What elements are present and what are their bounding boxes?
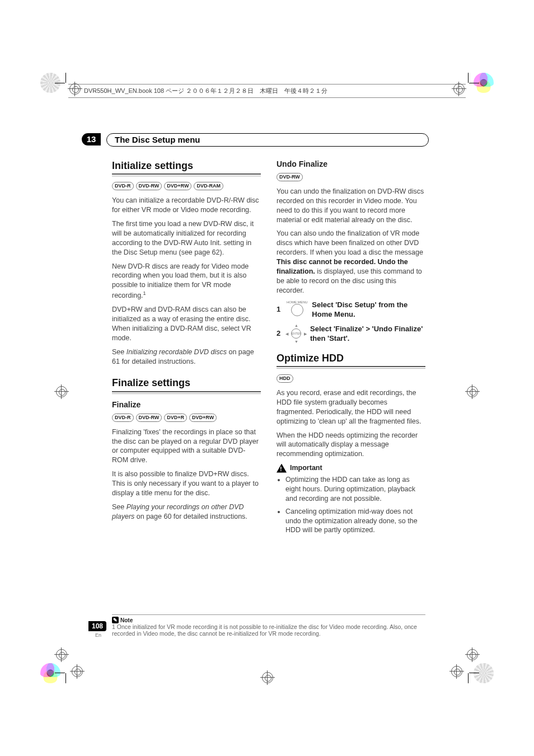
heading-optimize-hdd: Optimize HDD <box>277 351 425 365</box>
body-text: As you record, erase and edit recordings… <box>277 388 425 426</box>
home-menu-button-icon <box>291 304 303 316</box>
chapter-number-badge: 13 <box>82 133 101 145</box>
body-text: Finalizing 'fixes' the recordings in pla… <box>112 428 261 466</box>
heading-finalize-settings: Finalize settings <box>112 376 261 389</box>
badge-dvd-plus-rw: DVD+RW <box>164 182 191 190</box>
registration-mark <box>467 386 478 397</box>
subheading-finalize: Finalize <box>112 400 261 410</box>
page-number: 108 <box>88 621 106 631</box>
badge-dvd-rw: DVD-RW <box>277 173 303 181</box>
body-text: When the HDD needs optimizing the record… <box>277 431 425 459</box>
disc-badges-initialize: DVD-R DVD-RW DVD+RW DVD-RAM <box>112 182 261 190</box>
list-item: Optimizing the HDD can take as long as e… <box>285 475 425 504</box>
crop-mark <box>65 73 66 83</box>
footnote-box: ✎Note 1 Once initialized for VR mode rec… <box>112 614 425 637</box>
crop-mark <box>55 83 65 83</box>
registration-mark <box>262 672 273 683</box>
header-text: DVR550H_WV_EN.book 108 ページ ２００６年１２月２８日 木… <box>84 87 327 94</box>
language-code: En <box>95 632 101 638</box>
registration-mark <box>467 649 478 660</box>
registration-mark <box>72 666 83 677</box>
badge-dvd-r: DVD-R <box>112 182 134 190</box>
badge-dvd-rw: DVD-RW <box>136 182 162 190</box>
badge-dvd-plus-r: DVD+R <box>164 414 187 422</box>
crop-mark <box>469 83 479 83</box>
badge-dvd-plus-rw: DVD+RW <box>189 414 217 422</box>
important-list: Optimizing the HDD can take as long as e… <box>285 475 425 535</box>
chapter-title: The Disc Setup menu <box>106 133 429 147</box>
home-menu-label: HOME MENU <box>287 300 307 304</box>
registration-mark <box>56 649 67 660</box>
crop-mark <box>468 73 469 83</box>
body-text: DVD+RW and DVD-RAM discs can also be ini… <box>112 305 261 343</box>
warning-icon <box>277 464 287 473</box>
badge-hdd: HDD <box>277 374 293 383</box>
step-2: 2 ▲ ◀ ▶ ▼ ENTER Select 'Finalize' > 'Und… <box>277 324 425 344</box>
disc-badges-undo: DVD-RW <box>277 173 425 181</box>
subheading-undo-finalize: Undo Finalize <box>277 159 425 170</box>
footnote-ref: 1 <box>143 290 146 296</box>
body-text: See Playing your recordings on other DVD… <box>112 503 261 522</box>
registration-mark <box>451 666 462 677</box>
body-text: You can initialize a recordable DVD-R/-R… <box>112 196 261 215</box>
print-header: DVR550H_WV_EN.book 108 ページ ２００６年１２月２８日 木… <box>68 84 466 98</box>
step-text: Select 'Disc Setup' from the Home Menu. <box>312 300 425 320</box>
body-text: New DVD-R discs are ready for Video mode… <box>112 262 261 301</box>
note-icon: ✎ <box>112 617 119 623</box>
body-text: See Initializing recordable DVD discs on… <box>112 348 261 367</box>
print-ornament <box>474 663 494 683</box>
registration-mark <box>56 386 67 397</box>
body-text: The first time you load a new DVD-RW dis… <box>112 219 261 257</box>
crop-mark <box>55 673 65 673</box>
heading-initialize-settings: Initialize settings <box>112 159 261 172</box>
crop-mark <box>469 673 479 673</box>
badge-dvd-rw: DVD-RW <box>136 414 162 422</box>
crop-mark <box>65 673 66 683</box>
note-text: 1 Once initialized for VR mode recording… <box>112 623 425 637</box>
cmyk-mark <box>40 663 60 683</box>
disc-badges-finalize: DVD-R DVD-RW DVD+R DVD+RW <box>112 414 261 422</box>
important-heading: Important <box>277 463 425 473</box>
body-text: It is also possible to finalize DVD+RW d… <box>112 469 261 498</box>
disc-badges-hdd: HDD <box>277 374 425 383</box>
enter-button-icon: ▲ ◀ ▶ ▼ ENTER <box>287 324 306 343</box>
body-text: You can also undo the finalization of VR… <box>277 229 425 295</box>
step-text: Select 'Finalize' > 'Undo Finalize' then… <box>310 324 425 344</box>
note-label: Note <box>120 617 133 623</box>
badge-dvd-r: DVD-R <box>112 414 134 422</box>
list-item: Canceling optimization mid-way does not … <box>285 507 425 536</box>
crop-mark <box>468 673 469 683</box>
step-1: 1 HOME MENU Select 'Disc Setup' from the… <box>277 300 425 320</box>
badge-dvd-ram: DVD-RAM <box>194 182 223 190</box>
body-text: You can undo the finalization on DVD-RW … <box>277 187 425 225</box>
